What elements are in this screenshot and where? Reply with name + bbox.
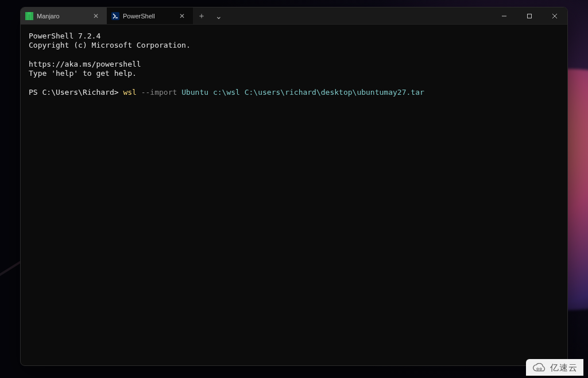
flag-token: --import: [141, 88, 177, 97]
svg-point-8: [540, 368, 541, 369]
minimize-button[interactable]: [492, 7, 517, 24]
line: https://aka.ms/powershell: [29, 60, 141, 68]
line: Type 'help' to get help.: [29, 69, 137, 78]
close-icon[interactable]: ✕: [177, 11, 187, 21]
window-controls: [492, 7, 567, 24]
svg-point-7: [537, 368, 539, 369]
tab-label: PowerShell: [123, 13, 155, 20]
tab-label: Manjaro: [37, 13, 60, 20]
prompt-prefix: PS C:\Users\Richard>: [29, 88, 123, 97]
maximize-button[interactable]: [517, 7, 542, 24]
arg-token: Ubuntu c:\wsl C:\users\richard\desktop\u…: [181, 88, 424, 97]
tab-dropdown-button[interactable]: ⌄: [210, 7, 227, 24]
manjaro-icon: [25, 12, 33, 20]
tab-strip: Manjaro ✕ PowerShell ✕ ＋ ⌄: [21, 7, 492, 24]
command-token: wsl: [123, 88, 136, 97]
tab-powershell[interactable]: PowerShell ✕: [107, 7, 193, 24]
new-tab-button[interactable]: ＋: [193, 7, 210, 24]
chevron-down-icon: ⌄: [215, 11, 222, 21]
maximize-icon: [527, 13, 532, 19]
watermark-text: 亿速云: [550, 362, 578, 373]
terminal-output[interactable]: PowerShell 7.2.4 Copyright (c) Microsoft…: [21, 25, 567, 365]
terminal-window: Manjaro ✕ PowerShell ✕ ＋ ⌄: [20, 7, 568, 366]
svg-rect-3: [31, 12, 33, 20]
line: PowerShell 7.2.4: [29, 32, 100, 40]
tab-manjaro[interactable]: Manjaro ✕: [21, 7, 107, 24]
close-icon: [552, 13, 558, 19]
svg-rect-2: [28, 14, 30, 20]
svg-rect-1: [25, 12, 28, 20]
minimize-icon: [501, 13, 507, 19]
close-icon[interactable]: ✕: [91, 11, 101, 21]
watermark: 亿速云: [526, 359, 583, 376]
titlebar: Manjaro ✕ PowerShell ✕ ＋ ⌄: [21, 7, 567, 25]
powershell-icon: [111, 12, 119, 20]
line: Copyright (c) Microsoft Corporation.: [29, 41, 191, 49]
cloud-icon: [532, 363, 547, 373]
close-window-button[interactable]: [542, 7, 567, 24]
svg-rect-6: [528, 14, 532, 18]
